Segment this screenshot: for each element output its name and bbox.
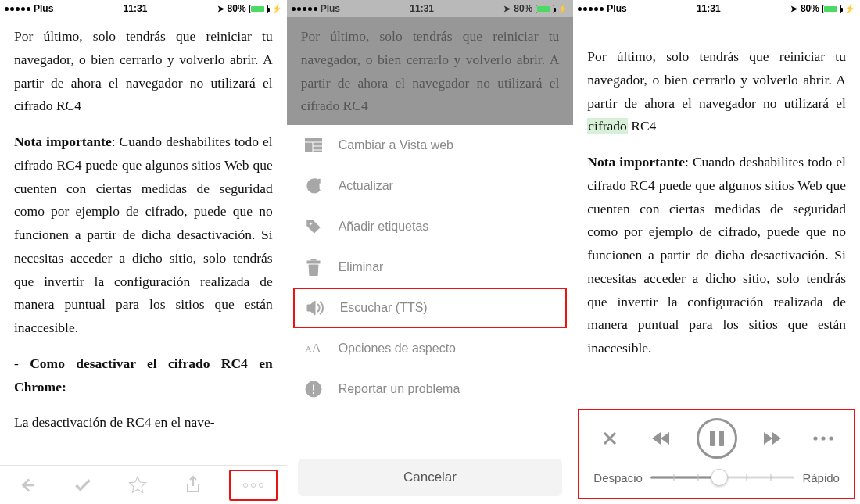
menu-item-refresh[interactable]: Actualizar: [287, 166, 574, 206]
location-icon: ➤: [790, 4, 797, 14]
battery-percent: 80%: [801, 3, 819, 14]
nota-label: Nota importante: [587, 154, 685, 170]
svg-point-2: [260, 483, 263, 487]
menu-item-report[interactable]: Reportar un problema: [287, 369, 574, 409]
status-bar: Plus 11:31 ➤ 80% ⚡: [0, 0, 287, 17]
speaker-icon: [306, 299, 324, 316]
menu-item-tts[interactable]: Escuchar (TTS): [293, 288, 568, 328]
svg-rect-6: [314, 147, 322, 149]
rewind-button[interactable]: [645, 422, 678, 455]
status-bar: Plus 11:31 ➤ 80% ⚡: [287, 0, 574, 17]
menu-item-tags[interactable]: Añadir etiquetas: [287, 206, 574, 247]
location-icon: ➤: [217, 4, 224, 14]
tts-player: Despacio Rápido: [578, 409, 855, 499]
svg-point-8: [309, 223, 312, 226]
cancel-button[interactable]: Cancelar: [298, 459, 563, 496]
battery-icon: [249, 5, 268, 13]
menu-label: Escuchar (TTS): [340, 301, 428, 315]
carrier-label: Plus: [607, 3, 626, 14]
speed-fast-label: Rápido: [802, 471, 840, 484]
svg-rect-12: [312, 384, 314, 391]
article-body[interactable]: Por último, solo tendrás que reini­ciar …: [573, 17, 860, 360]
svg-point-1: [252, 483, 256, 487]
article-body[interactable]: Por último, solo tendrás que reini­ciar …: [0, 17, 287, 434]
archive-button[interactable]: [64, 466, 102, 504]
close-button[interactable]: [593, 422, 626, 455]
action-sheet: Cambiar a Vista web Actualizar Añadir et…: [287, 125, 574, 504]
tts-current-word: cifrado: [587, 118, 628, 134]
nota-body: : Cuando deshabili­tes todo el cifrado R…: [14, 134, 273, 335]
screen-menu: Plus 11:31 ➤ 80% ⚡ Por último, solo tend…: [287, 0, 574, 504]
menu-label: Actualizar: [339, 179, 393, 193]
clock: 11:31: [124, 3, 148, 14]
clock: 11:31: [410, 3, 434, 14]
svg-point-14: [813, 436, 817, 440]
more-button[interactable]: [229, 470, 278, 501]
share-button[interactable]: [174, 466, 212, 504]
menu-label: Opciones de aspecto: [339, 341, 456, 356]
svg-point-0: [244, 483, 248, 487]
menu-item-delete[interactable]: Eliminar: [287, 247, 574, 288]
cancel-label: Cancelar: [403, 470, 457, 485]
clock: 11:31: [697, 3, 721, 14]
svg-rect-10: [311, 259, 316, 260]
battery-icon: [822, 5, 841, 13]
back-button[interactable]: [9, 466, 46, 504]
bottom-toolbar: [0, 465, 287, 504]
article-paragraph: Por último, solo tendrás que reini­ciar …: [587, 45, 846, 138]
location-icon: ➤: [503, 4, 511, 14]
speed-slider[interactable]: [650, 468, 795, 487]
article-paragraph: La desactivación de RC4 en el nave-: [14, 411, 273, 434]
refresh-icon: [304, 177, 323, 195]
favorite-button[interactable]: [119, 466, 156, 504]
carrier-label: Plus: [34, 3, 53, 14]
slider-thumb[interactable]: [711, 469, 728, 486]
svg-point-16: [829, 436, 833, 440]
pause-icon: [710, 431, 724, 446]
battery-percent: 80%: [514, 3, 532, 14]
menu-item-appearance[interactable]: AA Opciones de aspecto: [287, 328, 574, 369]
signal-dots-icon: [5, 7, 30, 11]
menu-label: Añadir etiquetas: [339, 220, 429, 234]
svg-point-15: [821, 436, 825, 440]
charging-icon: ⚡: [271, 4, 282, 14]
charging-icon: ⚡: [844, 4, 855, 14]
svg-rect-3: [305, 138, 322, 141]
webview-icon: [304, 138, 323, 152]
article-paragraph: Nota importante: Cuando deshabili­tes to…: [587, 151, 846, 360]
alert-icon: [304, 381, 323, 398]
article-paragraph: Por último, solo tendrás que reini­ciar …: [14, 25, 273, 118]
trash-icon: [304, 259, 323, 276]
svg-rect-5: [314, 143, 322, 145]
menu-item-webview[interactable]: Cambiar a Vista web: [287, 125, 574, 166]
tag-icon: [304, 218, 323, 235]
pause-button[interactable]: [697, 418, 737, 459]
svg-rect-4: [305, 143, 312, 152]
speed-slow-label: Despacio: [593, 471, 643, 484]
battery-icon: [536, 5, 554, 13]
nota-body: : Cuando deshabili­tes todo el cifrado R…: [587, 154, 846, 356]
nota-label: Nota importante: [14, 134, 112, 149]
screen-player: Plus 11:31 ➤ 80% ⚡ Por último, solo tend…: [573, 0, 860, 504]
article-body-dimmed: Por último, solo tendrás que reini­ciar …: [287, 17, 574, 127]
article-heading: - Como desactivar el cifrado RC4 en Chro…: [14, 352, 273, 399]
player-more-button[interactable]: [807, 422, 840, 455]
carrier-label: Plus: [321, 3, 340, 14]
forward-button[interactable]: [755, 422, 788, 455]
charging-icon: ⚡: [557, 4, 568, 14]
svg-rect-9: [307, 261, 320, 263]
menu-label: Cambiar a Vista web: [339, 138, 453, 152]
menu-label: Eliminar: [339, 260, 384, 274]
battery-percent: 80%: [228, 3, 246, 14]
article-paragraph: Nota importante: Cuando deshabili­tes to…: [14, 130, 273, 340]
menu-label: Reportar un problema: [339, 382, 460, 396]
signal-dots-icon: [578, 7, 604, 11]
signal-dots-icon: [292, 7, 317, 11]
text-size-icon: AA: [304, 341, 323, 356]
screen-article: Plus 11:31 ➤ 80% ⚡ Por último, solo tend…: [0, 0, 287, 504]
status-bar: Plus 11:31 ➤ 80% ⚡: [573, 0, 860, 17]
svg-point-13: [312, 391, 314, 394]
svg-rect-7: [314, 151, 322, 152]
